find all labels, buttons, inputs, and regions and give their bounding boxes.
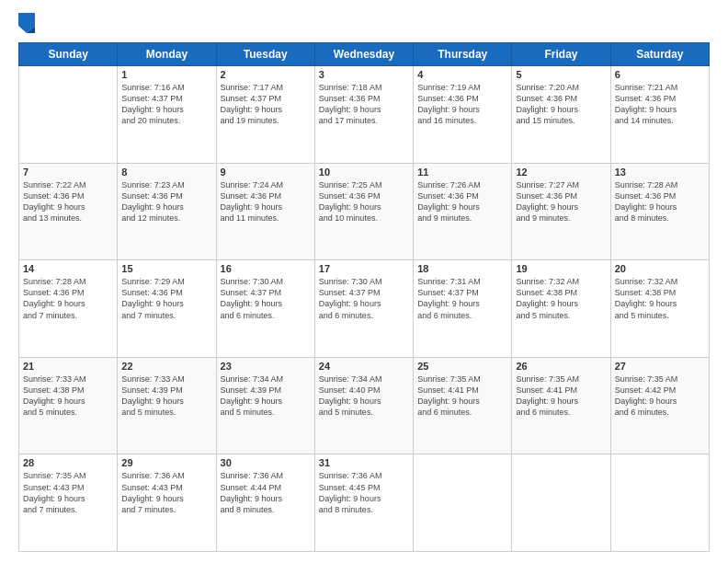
calendar-cell: 8Sunrise: 7:23 AM Sunset: 4:36 PM Daylig… bbox=[118, 163, 216, 260]
calendar-cell: 15Sunrise: 7:29 AM Sunset: 4:36 PM Dayli… bbox=[118, 260, 216, 358]
day-number: 28 bbox=[23, 457, 113, 468]
calendar-cell: 30Sunrise: 7:36 AM Sunset: 4:44 PM Dayli… bbox=[216, 454, 314, 552]
calendar-cell: 21Sunrise: 7:33 AM Sunset: 4:38 PM Dayli… bbox=[19, 357, 118, 454]
day-info: Sunrise: 7:35 AM Sunset: 4:43 PM Dayligh… bbox=[23, 470, 113, 515]
calendar-cell: 10Sunrise: 7:25 AM Sunset: 4:36 PM Dayli… bbox=[314, 163, 413, 260]
day-info: Sunrise: 7:33 AM Sunset: 4:38 PM Dayligh… bbox=[23, 373, 113, 419]
day-info: Sunrise: 7:20 AM Sunset: 4:36 PM Dayligh… bbox=[516, 82, 606, 127]
calendar-week-row: 21Sunrise: 7:33 AM Sunset: 4:38 PM Dayli… bbox=[19, 357, 710, 454]
calendar-week-row: 14Sunrise: 7:28 AM Sunset: 4:36 PM Dayli… bbox=[19, 260, 710, 358]
day-info: Sunrise: 7:29 AM Sunset: 4:36 PM Dayligh… bbox=[121, 276, 211, 321]
day-number: 23 bbox=[221, 361, 311, 372]
calendar-cell: 26Sunrise: 7:35 AM Sunset: 4:41 PM Dayli… bbox=[512, 357, 610, 454]
calendar-cell: 3Sunrise: 7:18 AM Sunset: 4:36 PM Daylig… bbox=[314, 66, 413, 164]
day-info: Sunrise: 7:26 AM Sunset: 4:36 PM Dayligh… bbox=[417, 179, 507, 224]
weekday-header-friday: Friday bbox=[512, 43, 610, 66]
calendar-cell: 11Sunrise: 7:26 AM Sunset: 4:36 PM Dayli… bbox=[414, 163, 512, 260]
calendar-cell: 23Sunrise: 7:34 AM Sunset: 4:39 PM Dayli… bbox=[216, 357, 314, 454]
page: SundayMondayTuesdayWednesdayThursdayFrid… bbox=[0, 0, 728, 563]
day-number: 13 bbox=[615, 167, 705, 178]
calendar-cell: 19Sunrise: 7:32 AM Sunset: 4:38 PM Dayli… bbox=[512, 260, 610, 358]
day-number: 30 bbox=[221, 457, 311, 468]
day-info: Sunrise: 7:17 AM Sunset: 4:37 PM Dayligh… bbox=[221, 82, 311, 127]
day-info: Sunrise: 7:28 AM Sunset: 4:36 PM Dayligh… bbox=[615, 179, 705, 224]
day-info: Sunrise: 7:30 AM Sunset: 4:37 PM Dayligh… bbox=[319, 276, 409, 321]
calendar-cell: 27Sunrise: 7:35 AM Sunset: 4:42 PM Dayli… bbox=[610, 357, 709, 454]
calendar-cell: 28Sunrise: 7:35 AM Sunset: 4:43 PM Dayli… bbox=[19, 454, 118, 552]
weekday-header-thursday: Thursday bbox=[414, 43, 512, 66]
calendar-cell: 29Sunrise: 7:36 AM Sunset: 4:43 PM Dayli… bbox=[118, 454, 216, 552]
calendar-cell: 17Sunrise: 7:30 AM Sunset: 4:37 PM Dayli… bbox=[314, 260, 413, 358]
day-number: 26 bbox=[516, 361, 606, 372]
day-info: Sunrise: 7:18 AM Sunset: 4:36 PM Dayligh… bbox=[319, 82, 409, 127]
calendar-cell: 25Sunrise: 7:35 AM Sunset: 4:41 PM Dayli… bbox=[414, 357, 512, 454]
day-info: Sunrise: 7:32 AM Sunset: 4:38 PM Dayligh… bbox=[516, 276, 606, 321]
calendar-cell bbox=[610, 454, 709, 552]
day-number: 7 bbox=[23, 167, 113, 178]
day-info: Sunrise: 7:36 AM Sunset: 4:45 PM Dayligh… bbox=[319, 470, 409, 515]
day-info: Sunrise: 7:27 AM Sunset: 4:36 PM Dayligh… bbox=[516, 179, 606, 224]
calendar-week-row: 28Sunrise: 7:35 AM Sunset: 4:43 PM Dayli… bbox=[19, 454, 710, 552]
weekday-header-saturday: Saturday bbox=[610, 43, 709, 66]
day-info: Sunrise: 7:28 AM Sunset: 4:36 PM Dayligh… bbox=[23, 276, 113, 321]
day-number: 29 bbox=[121, 457, 211, 468]
day-number: 3 bbox=[319, 69, 409, 80]
day-info: Sunrise: 7:24 AM Sunset: 4:36 PM Dayligh… bbox=[221, 179, 311, 224]
weekday-header-tuesday: Tuesday bbox=[216, 43, 314, 66]
calendar-cell: 7Sunrise: 7:22 AM Sunset: 4:36 PM Daylig… bbox=[19, 163, 118, 260]
day-info: Sunrise: 7:16 AM Sunset: 4:37 PM Dayligh… bbox=[121, 82, 211, 127]
day-number: 6 bbox=[615, 69, 705, 80]
weekday-header-monday: Monday bbox=[118, 43, 216, 66]
calendar-header-row: SundayMondayTuesdayWednesdayThursdayFrid… bbox=[19, 43, 710, 66]
weekday-header-sunday: Sunday bbox=[19, 43, 118, 66]
day-number: 4 bbox=[417, 69, 507, 80]
day-info: Sunrise: 7:36 AM Sunset: 4:44 PM Dayligh… bbox=[221, 470, 311, 515]
day-number: 1 bbox=[121, 69, 211, 80]
day-info: Sunrise: 7:34 AM Sunset: 4:39 PM Dayligh… bbox=[221, 373, 311, 419]
calendar-cell: 2Sunrise: 7:17 AM Sunset: 4:37 PM Daylig… bbox=[216, 66, 314, 164]
calendar-week-row: 7Sunrise: 7:22 AM Sunset: 4:36 PM Daylig… bbox=[19, 163, 710, 260]
day-number: 24 bbox=[319, 361, 409, 372]
calendar-cell bbox=[512, 454, 610, 552]
day-number: 11 bbox=[417, 167, 507, 178]
day-info: Sunrise: 7:35 AM Sunset: 4:42 PM Dayligh… bbox=[615, 373, 705, 419]
day-number: 22 bbox=[121, 361, 211, 372]
calendar-table: SundayMondayTuesdayWednesdayThursdayFrid… bbox=[18, 42, 710, 552]
calendar-cell: 5Sunrise: 7:20 AM Sunset: 4:36 PM Daylig… bbox=[512, 66, 610, 164]
day-info: Sunrise: 7:21 AM Sunset: 4:36 PM Dayligh… bbox=[615, 82, 705, 127]
calendar-cell: 9Sunrise: 7:24 AM Sunset: 4:36 PM Daylig… bbox=[216, 163, 314, 260]
calendar-week-row: 1Sunrise: 7:16 AM Sunset: 4:37 PM Daylig… bbox=[19, 66, 710, 164]
day-info: Sunrise: 7:33 AM Sunset: 4:39 PM Dayligh… bbox=[121, 373, 211, 419]
day-info: Sunrise: 7:34 AM Sunset: 4:40 PM Dayligh… bbox=[319, 373, 409, 419]
day-number: 10 bbox=[319, 167, 409, 178]
calendar-cell: 31Sunrise: 7:36 AM Sunset: 4:45 PM Dayli… bbox=[314, 454, 413, 552]
day-number: 16 bbox=[221, 263, 311, 274]
day-info: Sunrise: 7:25 AM Sunset: 4:36 PM Dayligh… bbox=[319, 179, 409, 224]
calendar-cell bbox=[19, 66, 118, 164]
day-number: 15 bbox=[121, 263, 211, 274]
calendar-cell: 18Sunrise: 7:31 AM Sunset: 4:37 PM Dayli… bbox=[414, 260, 512, 358]
calendar-cell: 4Sunrise: 7:19 AM Sunset: 4:36 PM Daylig… bbox=[414, 66, 512, 164]
day-info: Sunrise: 7:32 AM Sunset: 4:38 PM Dayligh… bbox=[615, 276, 705, 321]
day-number: 19 bbox=[516, 263, 606, 274]
calendar-cell: 22Sunrise: 7:33 AM Sunset: 4:39 PM Dayli… bbox=[118, 357, 216, 454]
day-info: Sunrise: 7:36 AM Sunset: 4:43 PM Dayligh… bbox=[121, 470, 211, 515]
day-info: Sunrise: 7:31 AM Sunset: 4:37 PM Dayligh… bbox=[417, 276, 507, 321]
day-info: Sunrise: 7:35 AM Sunset: 4:41 PM Dayligh… bbox=[417, 373, 507, 419]
calendar-cell: 24Sunrise: 7:34 AM Sunset: 4:40 PM Dayli… bbox=[314, 357, 413, 454]
calendar-cell: 16Sunrise: 7:30 AM Sunset: 4:37 PM Dayli… bbox=[216, 260, 314, 358]
calendar-cell bbox=[414, 454, 512, 552]
calendar-cell: 13Sunrise: 7:28 AM Sunset: 4:36 PM Dayli… bbox=[610, 163, 709, 260]
logo-icon bbox=[18, 13, 35, 33]
calendar-cell: 20Sunrise: 7:32 AM Sunset: 4:38 PM Dayli… bbox=[610, 260, 709, 358]
day-info: Sunrise: 7:22 AM Sunset: 4:36 PM Dayligh… bbox=[23, 179, 113, 224]
day-number: 18 bbox=[417, 263, 507, 274]
day-info: Sunrise: 7:23 AM Sunset: 4:36 PM Dayligh… bbox=[121, 179, 211, 224]
day-number: 27 bbox=[615, 361, 705, 372]
calendar-cell: 6Sunrise: 7:21 AM Sunset: 4:36 PM Daylig… bbox=[610, 66, 709, 164]
day-info: Sunrise: 7:19 AM Sunset: 4:36 PM Dayligh… bbox=[417, 82, 507, 127]
day-number: 31 bbox=[319, 457, 409, 468]
header bbox=[18, 17, 710, 33]
weekday-header-wednesday: Wednesday bbox=[314, 43, 413, 66]
day-number: 8 bbox=[121, 167, 211, 178]
